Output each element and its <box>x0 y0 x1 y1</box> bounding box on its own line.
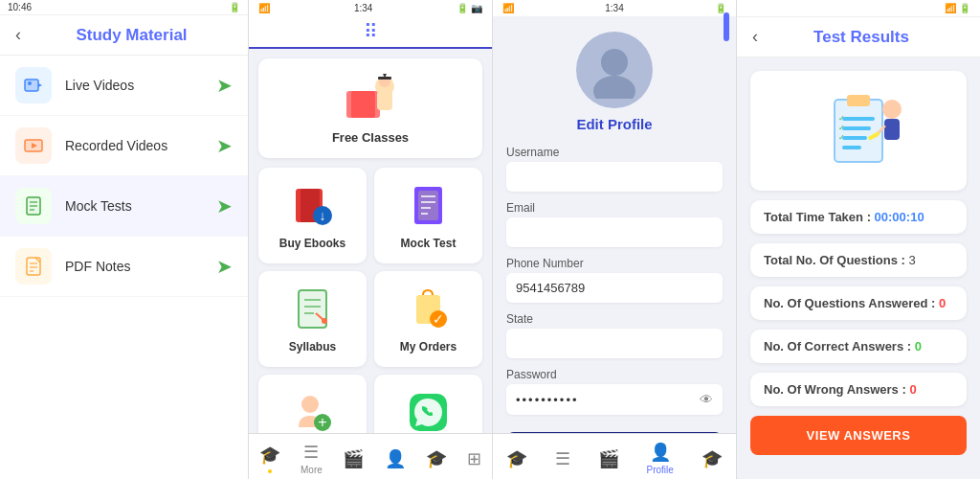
more-label: More <box>301 465 323 475</box>
panel-test-results: 📶 🔋 ‹ Test Results ✓ ✓ ✓ <box>737 0 980 479</box>
mock-tests-icon <box>15 188 52 224</box>
mock-tests-arrow: ➤ <box>216 194 233 217</box>
svg-text:↓: ↓ <box>320 208 326 223</box>
phone-field: Phone Number <box>506 257 723 303</box>
status-icons-center-left: 📶 <box>258 3 270 13</box>
email-label: Email <box>506 201 723 215</box>
nav-grid[interactable]: ⊞ <box>467 448 481 469</box>
grid-item-syllabus[interactable]: Syllabus <box>258 271 367 367</box>
p3-nav-grad[interactable]: 🎓 <box>702 448 723 469</box>
p3-nav-video[interactable]: 🎬 <box>598 448 619 469</box>
avatar <box>576 32 653 108</box>
free-classes-banner[interactable]: Free Classes <box>258 58 482 158</box>
state-input[interactable] <box>506 329 723 358</box>
phone-input[interactable] <box>506 273 723 303</box>
grid-toggle-icon[interactable]: ⠿ <box>364 20 378 43</box>
correct-label: No. Of Correct Answers : <box>764 339 915 354</box>
email-input[interactable] <box>506 217 723 247</box>
menu-item-live-videos[interactable]: Live Videos ➤ <box>0 56 248 116</box>
password-label: Password <box>506 368 723 381</box>
live-videos-label: Live Videos <box>65 78 216 93</box>
avatar-container <box>506 16 723 116</box>
panel2-bottom-nav: 🎓 ☰ More 🎬 👤 🎓 ⊞ <box>249 433 492 479</box>
more-icon: ☰ <box>303 442 319 463</box>
email-field: Email <box>506 201 723 247</box>
grid-item-invite-friends[interactable]: + Invite Friends <box>258 375 367 433</box>
state-label: State <box>506 312 723 326</box>
grid-item-my-orders[interactable]: ✓ My Orders <box>374 271 482 367</box>
correct-value: 0 <box>915 339 922 354</box>
total-time-label: Total Time Taken : <box>764 210 875 224</box>
eye-icon[interactable]: 👁 <box>700 392 713 407</box>
panel-study-material: 10:46 🔋 ‹ Study Material Live Videos ➤ R… <box>0 0 249 479</box>
study-material-title: Study Material <box>31 26 233 45</box>
svg-point-60 <box>882 100 902 119</box>
syllabus-icon <box>289 285 337 332</box>
status-info-p4: 📶 🔋 <box>945 3 970 13</box>
password-field: Password 👁 <box>506 368 723 415</box>
nav-grad[interactable]: 🎓 <box>426 448 447 469</box>
p3-nav-more[interactable]: ☰ <box>555 448 570 469</box>
test-results-title: Test Results <box>758 28 965 47</box>
svg-rect-53 <box>842 117 875 121</box>
whatsapp-us-icon <box>405 388 453 433</box>
panel3-bottom-nav: 🎓 ☰ 🎬 👤 Profile 🎓 <box>493 433 736 479</box>
mock-test-icon <box>405 181 453 229</box>
password-input-wrapper: 👁 <box>506 384 723 415</box>
p3-video-icon: 🎬 <box>598 448 619 469</box>
svg-marker-2 <box>38 83 42 87</box>
p3-nav-home[interactable]: 🎓 <box>506 448 527 469</box>
home-icon: 🎓 <box>259 445 280 466</box>
svg-rect-18 <box>351 91 375 118</box>
mock-tests-label: Mock Tests <box>65 198 216 214</box>
menu-item-pdf-notes[interactable]: PDF Notes ➤ <box>0 237 248 297</box>
live-videos-icon <box>15 67 52 103</box>
pdf-notes-icon <box>15 248 52 285</box>
recorded-videos-arrow: ➤ <box>216 134 233 157</box>
buy-ebooks-label: Buy Ebooks <box>279 237 345 250</box>
svg-point-49 <box>593 76 635 99</box>
p3-nav-profile[interactable]: 👤 Profile <box>647 442 674 475</box>
status-bar-center: 📶 1:34 🔋 📷 <box>249 0 492 16</box>
svg-point-3 <box>28 81 32 85</box>
grid-item-whatsapp-us[interactable]: Whatsapp Us <box>374 375 482 433</box>
status-icons-p3: 📶 <box>502 3 514 13</box>
total-time-value: 00:00:10 <box>875 210 924 224</box>
my-orders-icon: ✓ <box>405 285 453 332</box>
grid-item-mock-test[interactable]: Mock Test <box>374 168 482 263</box>
panel2-top-bar: ⠿ <box>249 16 492 49</box>
edit-profile-title: Edit Profile <box>506 116 723 132</box>
free-classes-label: Free Classes <box>332 130 409 145</box>
user-icon: 👤 <box>385 448 406 469</box>
live-videos-arrow: ➤ <box>216 74 233 97</box>
password-input[interactable] <box>516 393 700 407</box>
back-button-left[interactable]: ‹ <box>15 25 21 45</box>
nav-more[interactable]: ☰ More <box>301 442 323 475</box>
menu-item-mock-tests[interactable]: Mock Tests ➤ <box>0 176 248 237</box>
mock-test-label: Mock Test <box>401 237 457 250</box>
p3-profile-icon: 👤 <box>650 442 671 463</box>
menu-item-recorded-videos[interactable]: Recorded Videos ➤ <box>0 116 248 176</box>
result-card-total-time: Total Time Taken : 00:00:10 <box>750 200 967 234</box>
free-classes-illustration <box>342 72 399 125</box>
nav-home[interactable]: 🎓 <box>259 445 280 473</box>
panel1-header: ‹ Study Material <box>0 15 248 56</box>
svg-rect-0 <box>25 80 38 91</box>
svg-point-44 <box>301 396 319 413</box>
answered-label: No. Of Questions Answered : <box>764 296 939 310</box>
panel2-scroll-content: Free Classes ↓ Buy Ebooks <box>249 49 492 433</box>
panel-edit-profile: 📶 1:34 🔋 Edit Profile Username Email Pho… <box>493 0 737 479</box>
username-input[interactable] <box>506 162 723 192</box>
syllabus-label: Syllabus <box>289 340 336 354</box>
nav-video[interactable]: 🎬 <box>343 448 364 469</box>
recorded-videos-icon <box>15 127 52 164</box>
grid-item-buy-ebooks[interactable]: ↓ Buy Ebooks <box>258 168 367 263</box>
svg-text:✓: ✓ <box>838 124 845 132</box>
grid-icon: ⊞ <box>467 448 481 469</box>
status-time-left: 10:46 <box>8 2 32 12</box>
nav-user[interactable]: 👤 <box>385 448 406 469</box>
phone-label: Phone Number <box>506 257 723 270</box>
svg-rect-29 <box>418 191 438 220</box>
pdf-notes-arrow: ➤ <box>216 255 233 278</box>
view-answers-button[interactable]: VIEW ANSWERS <box>750 416 967 455</box>
